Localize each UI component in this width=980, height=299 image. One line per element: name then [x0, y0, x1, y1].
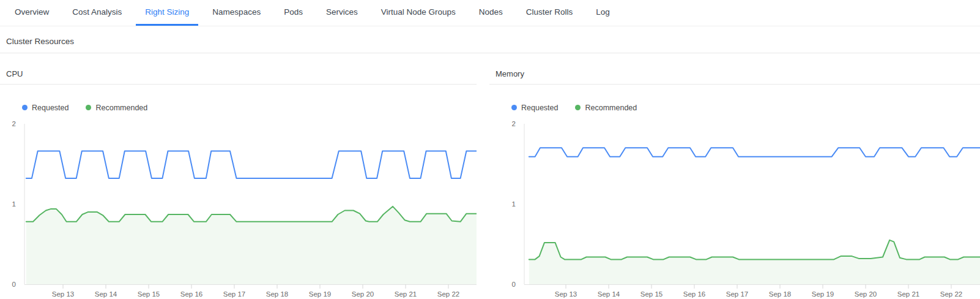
svg-text:Sep 19: Sep 19: [309, 290, 331, 298]
svg-text:Sep 22: Sep 22: [437, 290, 459, 298]
memory-chart-title: Memory: [489, 59, 980, 85]
svg-text:0: 0: [12, 281, 16, 288]
memory-legend-label-requested: Requested: [521, 104, 558, 112]
svg-text:Sep 13: Sep 13: [52, 290, 74, 298]
cpu-legend-label-requested: Requested: [32, 104, 69, 112]
memory-chart-legend: Requested Recommended: [511, 102, 980, 113]
svg-text:Sep 21: Sep 21: [395, 290, 417, 298]
cpu-legend-item-requested[interactable]: Requested: [22, 104, 69, 112]
svg-text:Sep 20: Sep 20: [855, 290, 877, 298]
memory-legend-item-requested[interactable]: Requested: [511, 104, 558, 112]
tab-virtual-node-groups[interactable]: Virtual Node Groups: [372, 0, 465, 26]
svg-text:Sep 13: Sep 13: [555, 290, 577, 298]
cpu-legend-item-recommended[interactable]: Recommended: [86, 104, 147, 112]
svg-text:Sep 15: Sep 15: [138, 290, 160, 298]
svg-text:Sep 17: Sep 17: [726, 290, 748, 298]
recommended-series-dot-icon: [575, 105, 581, 110]
memory-line-chart: Sep 13Sep 14Sep 15Sep 16Sep 17Sep 18Sep …: [489, 116, 980, 299]
svg-text:2: 2: [512, 120, 516, 127]
svg-text:Sep 21: Sep 21: [897, 290, 919, 298]
cpu-line-chart: Sep 13Sep 14Sep 15Sep 16Sep 17Sep 18Sep …: [0, 116, 477, 299]
cpu-chart-legend: Requested Recommended: [22, 102, 477, 113]
svg-text:Sep 14: Sep 14: [598, 290, 620, 298]
svg-text:1: 1: [12, 200, 16, 208]
svg-text:Sep 16: Sep 16: [683, 290, 705, 298]
svg-text:Sep 20: Sep 20: [352, 290, 374, 298]
cpu-legend-label-recommended: Recommended: [95, 104, 147, 112]
requested-series-dot-icon: [22, 105, 28, 110]
svg-text:Sep 18: Sep 18: [266, 290, 288, 298]
tab-services[interactable]: Services: [317, 0, 367, 26]
tab-cost-analysis[interactable]: Cost Analysis: [63, 0, 131, 26]
svg-text:0: 0: [512, 281, 516, 288]
svg-text:1: 1: [512, 200, 516, 208]
tab-overview[interactable]: Overview: [6, 0, 58, 26]
tab-cluster-rolls[interactable]: Cluster Rolls: [517, 0, 582, 26]
tab-bar: Overview Cost Analysis Right Sizing Name…: [0, 0, 980, 26]
tab-nodes[interactable]: Nodes: [470, 0, 512, 26]
tab-namespaces[interactable]: Namespaces: [203, 0, 270, 26]
svg-text:Sep 16: Sep 16: [180, 290, 202, 298]
svg-text:Sep 18: Sep 18: [769, 290, 791, 298]
requested-series-dot-icon: [511, 105, 517, 110]
memory-legend-label-recommended: Recommended: [585, 104, 637, 112]
svg-text:Sep 15: Sep 15: [640, 290, 663, 298]
tab-right-sizing[interactable]: Right Sizing: [136, 0, 198, 26]
cpu-chart-title: CPU: [0, 59, 477, 85]
svg-text:Sep 14: Sep 14: [95, 290, 117, 298]
section-title-cluster-resources: Cluster Resources: [0, 26, 980, 53]
svg-text:2: 2: [12, 120, 16, 127]
memory-chart-panel: Memory Requested Recommended Sep 13Sep 1…: [489, 59, 980, 299]
memory-legend-item-recommended[interactable]: Recommended: [575, 104, 637, 112]
tab-log[interactable]: Log: [587, 0, 619, 26]
cpu-chart-panel: CPU Requested Recommended Sep 13Sep 14Se…: [0, 59, 477, 299]
tab-pods[interactable]: Pods: [275, 0, 312, 26]
svg-text:Sep 17: Sep 17: [223, 290, 245, 298]
svg-text:Sep 22: Sep 22: [940, 290, 962, 298]
svg-text:Sep 19: Sep 19: [812, 290, 834, 298]
panel-gap: [477, 59, 489, 299]
charts-row: CPU Requested Recommended Sep 13Sep 14Se…: [0, 59, 980, 299]
recommended-series-dot-icon: [86, 105, 91, 110]
